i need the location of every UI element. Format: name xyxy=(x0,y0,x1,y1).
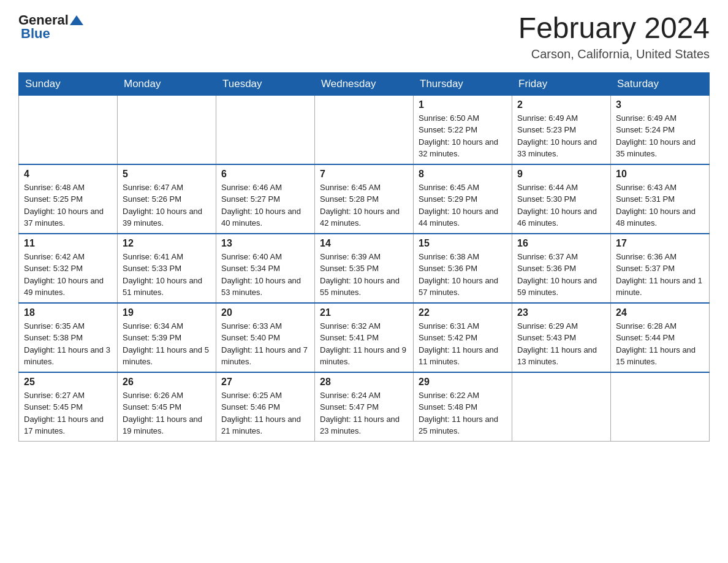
calendar-cell xyxy=(216,95,315,164)
day-number: 4 xyxy=(24,169,112,180)
day-info: Sunrise: 6:48 AM Sunset: 5:25 PM Dayligh… xyxy=(24,182,112,229)
calendar-week-row: 4Sunrise: 6:48 AM Sunset: 5:25 PM Daylig… xyxy=(19,164,710,234)
logo-blue-text: Blue xyxy=(21,26,83,42)
calendar-cell: 21Sunrise: 6:32 AM Sunset: 5:41 PM Dayli… xyxy=(315,303,414,372)
calendar-cell: 19Sunrise: 6:34 AM Sunset: 5:39 PM Dayli… xyxy=(118,303,216,372)
day-info: Sunrise: 6:32 AM Sunset: 5:41 PM Dayligh… xyxy=(320,320,408,368)
day-number: 11 xyxy=(24,238,112,249)
calendar-cell: 11Sunrise: 6:42 AM Sunset: 5:32 PM Dayli… xyxy=(19,234,118,303)
calendar-day-header: Friday xyxy=(512,72,611,95)
calendar-day-header: Saturday xyxy=(611,72,710,95)
calendar-cell: 3Sunrise: 6:49 AM Sunset: 5:24 PM Daylig… xyxy=(611,95,710,164)
day-info: Sunrise: 6:33 AM Sunset: 5:40 PM Dayligh… xyxy=(221,320,309,368)
day-number: 5 xyxy=(123,169,211,180)
day-info: Sunrise: 6:35 AM Sunset: 5:38 PM Dayligh… xyxy=(24,320,112,368)
day-number: 26 xyxy=(123,377,211,388)
day-info: Sunrise: 6:28 AM Sunset: 5:44 PM Dayligh… xyxy=(616,320,704,368)
day-number: 28 xyxy=(320,377,408,388)
day-info: Sunrise: 6:29 AM Sunset: 5:43 PM Dayligh… xyxy=(517,320,605,368)
calendar-cell: 28Sunrise: 6:24 AM Sunset: 5:47 PM Dayli… xyxy=(315,372,414,442)
calendar-cell: 20Sunrise: 6:33 AM Sunset: 5:40 PM Dayli… xyxy=(216,303,315,372)
calendar-cell: 22Sunrise: 6:31 AM Sunset: 5:42 PM Dayli… xyxy=(414,303,512,372)
day-info: Sunrise: 6:50 AM Sunset: 5:22 PM Dayligh… xyxy=(419,112,507,160)
day-info: Sunrise: 6:36 AM Sunset: 5:37 PM Dayligh… xyxy=(616,251,704,299)
day-number: 18 xyxy=(24,307,112,318)
calendar-cell: 2Sunrise: 6:49 AM Sunset: 5:23 PM Daylig… xyxy=(512,95,611,164)
day-info: Sunrise: 6:46 AM Sunset: 5:27 PM Dayligh… xyxy=(221,182,309,229)
day-info: Sunrise: 6:44 AM Sunset: 5:30 PM Dayligh… xyxy=(517,182,605,229)
calendar-cell: 14Sunrise: 6:39 AM Sunset: 5:35 PM Dayli… xyxy=(315,234,414,303)
calendar-cell: 1Sunrise: 6:50 AM Sunset: 5:22 PM Daylig… xyxy=(414,95,512,164)
day-number: 16 xyxy=(517,238,605,249)
calendar-cell: 5Sunrise: 6:47 AM Sunset: 5:26 PM Daylig… xyxy=(118,164,216,234)
calendar-cell xyxy=(118,95,216,164)
day-number: 8 xyxy=(419,169,507,180)
calendar-cell: 10Sunrise: 6:43 AM Sunset: 5:31 PM Dayli… xyxy=(611,164,710,234)
day-number: 23 xyxy=(517,307,605,318)
day-number: 6 xyxy=(221,169,309,180)
day-info: Sunrise: 6:41 AM Sunset: 5:33 PM Dayligh… xyxy=(123,251,211,299)
day-info: Sunrise: 6:45 AM Sunset: 5:29 PM Dayligh… xyxy=(419,182,507,229)
day-info: Sunrise: 6:39 AM Sunset: 5:35 PM Dayligh… xyxy=(320,251,408,299)
calendar-cell: 29Sunrise: 6:22 AM Sunset: 5:48 PM Dayli… xyxy=(414,372,512,442)
day-number: 17 xyxy=(616,238,704,249)
page-title: February 2024 xyxy=(518,12,710,45)
day-info: Sunrise: 6:31 AM Sunset: 5:42 PM Dayligh… xyxy=(419,320,507,368)
calendar-cell: 24Sunrise: 6:28 AM Sunset: 5:44 PM Dayli… xyxy=(611,303,710,372)
calendar-cell: 16Sunrise: 6:37 AM Sunset: 5:36 PM Dayli… xyxy=(512,234,611,303)
day-number: 22 xyxy=(419,307,507,318)
calendar-day-header: Wednesday xyxy=(315,72,414,95)
calendar-week-row: 11Sunrise: 6:42 AM Sunset: 5:32 PM Dayli… xyxy=(19,234,710,303)
page-header: General Blue February 2024 Carson, Calif… xyxy=(18,12,710,61)
day-info: Sunrise: 6:38 AM Sunset: 5:36 PM Dayligh… xyxy=(419,251,507,299)
day-number: 29 xyxy=(419,377,507,388)
day-info: Sunrise: 6:47 AM Sunset: 5:26 PM Dayligh… xyxy=(123,182,211,229)
day-info: Sunrise: 6:37 AM Sunset: 5:36 PM Dayligh… xyxy=(517,251,605,299)
day-number: 25 xyxy=(24,377,112,388)
day-info: Sunrise: 6:42 AM Sunset: 5:32 PM Dayligh… xyxy=(24,251,112,299)
calendar-cell: 26Sunrise: 6:26 AM Sunset: 5:45 PM Dayli… xyxy=(118,372,216,442)
calendar-week-row: 1Sunrise: 6:50 AM Sunset: 5:22 PM Daylig… xyxy=(19,95,710,164)
day-info: Sunrise: 6:40 AM Sunset: 5:34 PM Dayligh… xyxy=(221,251,309,299)
day-number: 13 xyxy=(221,238,309,249)
calendar-cell: 4Sunrise: 6:48 AM Sunset: 5:25 PM Daylig… xyxy=(19,164,118,234)
day-number: 1 xyxy=(419,99,507,110)
calendar-header-row: SundayMondayTuesdayWednesdayThursdayFrid… xyxy=(19,72,710,95)
calendar-cell: 12Sunrise: 6:41 AM Sunset: 5:33 PM Dayli… xyxy=(118,234,216,303)
title-block: February 2024 Carson, California, United… xyxy=(518,12,710,61)
calendar-cell: 9Sunrise: 6:44 AM Sunset: 5:30 PM Daylig… xyxy=(512,164,611,234)
day-number: 21 xyxy=(320,307,408,318)
day-number: 12 xyxy=(123,238,211,249)
day-info: Sunrise: 6:49 AM Sunset: 5:24 PM Dayligh… xyxy=(616,112,704,160)
day-info: Sunrise: 6:27 AM Sunset: 5:45 PM Dayligh… xyxy=(24,389,112,437)
day-info: Sunrise: 6:26 AM Sunset: 5:45 PM Dayligh… xyxy=(123,389,211,437)
day-number: 9 xyxy=(517,169,605,180)
calendar-cell: 6Sunrise: 6:46 AM Sunset: 5:27 PM Daylig… xyxy=(216,164,315,234)
calendar-cell: 25Sunrise: 6:27 AM Sunset: 5:45 PM Dayli… xyxy=(19,372,118,442)
day-info: Sunrise: 6:43 AM Sunset: 5:31 PM Dayligh… xyxy=(616,182,704,229)
calendar-week-row: 25Sunrise: 6:27 AM Sunset: 5:45 PM Dayli… xyxy=(19,372,710,442)
calendar-cell: 18Sunrise: 6:35 AM Sunset: 5:38 PM Dayli… xyxy=(19,303,118,372)
calendar-day-header: Thursday xyxy=(414,72,512,95)
svg-marker-0 xyxy=(70,15,83,25)
day-number: 27 xyxy=(221,377,309,388)
calendar-cell: 7Sunrise: 6:45 AM Sunset: 5:28 PM Daylig… xyxy=(315,164,414,234)
calendar-cell: 13Sunrise: 6:40 AM Sunset: 5:34 PM Dayli… xyxy=(216,234,315,303)
calendar-cell xyxy=(19,95,118,164)
day-number: 24 xyxy=(616,307,704,318)
calendar-cell: 17Sunrise: 6:36 AM Sunset: 5:37 PM Dayli… xyxy=(611,234,710,303)
page-subtitle: Carson, California, United States xyxy=(518,47,710,61)
calendar-day-header: Sunday xyxy=(19,72,118,95)
day-number: 14 xyxy=(320,238,408,249)
calendar-cell: 15Sunrise: 6:38 AM Sunset: 5:36 PM Dayli… xyxy=(414,234,512,303)
calendar-cell: 8Sunrise: 6:45 AM Sunset: 5:29 PM Daylig… xyxy=(414,164,512,234)
calendar-cell: 27Sunrise: 6:25 AM Sunset: 5:46 PM Dayli… xyxy=(216,372,315,442)
calendar-day-header: Monday xyxy=(118,72,216,95)
logo: General Blue xyxy=(18,12,83,42)
calendar-cell: 23Sunrise: 6:29 AM Sunset: 5:43 PM Dayli… xyxy=(512,303,611,372)
calendar-cell xyxy=(315,95,414,164)
day-number: 15 xyxy=(419,238,507,249)
day-info: Sunrise: 6:22 AM Sunset: 5:48 PM Dayligh… xyxy=(419,389,507,437)
day-info: Sunrise: 6:25 AM Sunset: 5:46 PM Dayligh… xyxy=(221,389,309,437)
day-info: Sunrise: 6:49 AM Sunset: 5:23 PM Dayligh… xyxy=(517,112,605,160)
